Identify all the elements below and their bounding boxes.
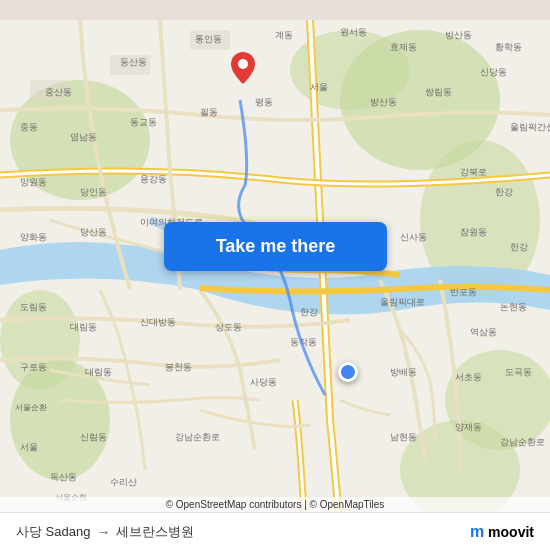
map-container: 중산동 등산동 통인동 계동 원서동 효제동 방산동 황학동 중동 염남동 동교… <box>0 0 550 550</box>
bottom-bar: 사당 Sadang → 세브란스병원 m moovit <box>0 512 550 550</box>
svg-text:효제동: 효제동 <box>390 42 417 52</box>
svg-text:서울: 서울 <box>20 442 38 452</box>
svg-text:용강동: 용강동 <box>140 174 167 184</box>
svg-text:한강: 한강 <box>510 242 528 252</box>
svg-text:신당동: 신당동 <box>480 67 507 77</box>
svg-text:봉천동: 봉천동 <box>165 362 192 372</box>
svg-text:강북로: 강북로 <box>460 167 487 177</box>
svg-text:통인동: 통인동 <box>195 34 222 44</box>
svg-text:신대방동: 신대방동 <box>140 317 176 327</box>
svg-text:원서동: 원서동 <box>340 27 367 37</box>
moovit-m-icon: m <box>470 523 484 541</box>
svg-text:도곡동: 도곡동 <box>505 367 532 377</box>
svg-text:계동: 계동 <box>275 30 293 40</box>
svg-text:남현동: 남현동 <box>390 432 417 442</box>
svg-text:서울: 서울 <box>310 82 328 92</box>
map-attribution: © OpenStreetMap contributors | © OpenMap… <box>0 497 550 512</box>
svg-text:필동: 필동 <box>200 107 218 117</box>
map-background: 중산동 등산동 통인동 계동 원서동 효제동 방산동 황학동 중동 염남동 동교… <box>0 0 550 550</box>
svg-text:중동: 중동 <box>20 122 38 132</box>
svg-text:논현동: 논현동 <box>500 302 527 312</box>
route-info: 사당 Sadang → 세브란스병원 <box>16 523 194 541</box>
svg-text:방배동: 방배동 <box>390 367 417 377</box>
svg-text:상도동: 상도동 <box>215 322 242 332</box>
svg-text:잠원동: 잠원동 <box>460 227 487 237</box>
svg-text:서초동: 서초동 <box>455 372 482 382</box>
svg-text:올림픽대로: 올림픽대로 <box>380 297 425 307</box>
svg-text:반포동: 반포동 <box>450 287 477 297</box>
moovit-text: moovit <box>488 524 534 540</box>
svg-text:신사동: 신사동 <box>400 232 427 242</box>
svg-text:황학동: 황학동 <box>495 42 522 52</box>
svg-text:사당동: 사당동 <box>250 377 277 387</box>
svg-text:신림동: 신림동 <box>80 432 107 442</box>
svg-text:도림동: 도림동 <box>20 302 47 312</box>
svg-text:한강: 한강 <box>495 187 513 197</box>
destination-marker <box>338 362 358 382</box>
svg-text:방산동: 방산동 <box>445 30 472 40</box>
moovit-logo: m moovit <box>470 523 534 541</box>
svg-text:당산동: 당산동 <box>80 227 107 237</box>
svg-point-68 <box>238 59 248 69</box>
svg-text:울림픽간선도로: 울림픽간선도로 <box>510 122 550 132</box>
svg-text:중산동: 중산동 <box>45 87 72 97</box>
svg-text:강남순환로: 강남순환로 <box>500 437 545 447</box>
svg-text:당인동: 당인동 <box>80 187 107 197</box>
svg-text:쌍림동: 쌍림동 <box>425 87 452 97</box>
svg-text:한강: 한강 <box>300 307 318 317</box>
svg-text:대림동: 대림동 <box>85 367 112 377</box>
svg-text:독산동: 독산동 <box>50 472 77 482</box>
svg-text:평동: 평동 <box>255 97 273 107</box>
arrow-icon: → <box>96 524 110 540</box>
svg-text:서울순환: 서울순환 <box>15 403 47 412</box>
svg-text:염남동: 염남동 <box>70 132 97 142</box>
take-me-there-button[interactable]: Take me there <box>164 222 387 271</box>
svg-text:수리산: 수리산 <box>110 477 137 487</box>
svg-text:구로동: 구로동 <box>20 362 47 372</box>
svg-text:양재동: 양재동 <box>455 422 482 432</box>
svg-text:양화동: 양화동 <box>20 232 47 242</box>
destination-label: 세브란스병원 <box>116 523 194 541</box>
svg-text:망원동: 망원동 <box>20 177 47 187</box>
svg-text:대림동: 대림동 <box>70 322 97 332</box>
svg-text:동교동: 동교동 <box>130 117 157 127</box>
origin-label: 사당 Sadang <box>16 523 90 541</box>
svg-text:강남순환로: 강남순환로 <box>175 432 220 442</box>
svg-text:방산동: 방산동 <box>370 97 397 107</box>
svg-text:등산동: 등산동 <box>120 57 147 67</box>
origin-marker <box>231 52 255 84</box>
svg-text:역삼동: 역삼동 <box>470 327 497 337</box>
